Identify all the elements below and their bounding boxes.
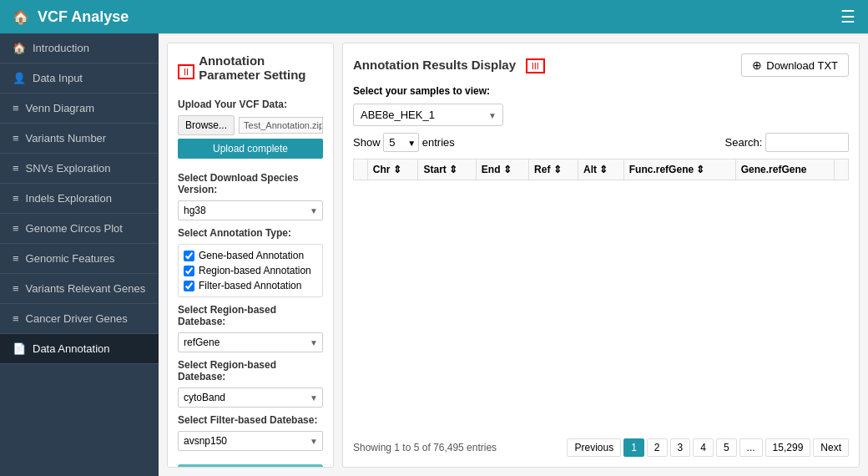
sidebar-item-variants-number[interactable]: ≡Variants Number	[0, 124, 159, 154]
download-button[interactable]: ⊕ Download TXT	[741, 53, 849, 77]
col-ref[interactable]: Ref ⇕	[529, 160, 578, 180]
prev-button[interactable]: Previous	[567, 438, 621, 457]
region-db2-select[interactable]: cytoBandgenomicSuperDups	[178, 387, 323, 408]
sidebar-icon-snvs-exploration: ≡	[13, 162, 19, 175]
entries-select[interactable]: 5102550	[383, 133, 419, 152]
page-ellipsis[interactable]: ...	[739, 438, 763, 457]
col-end[interactable]: End ⇕	[476, 160, 528, 180]
right-title-group: Annotation Results Display III	[353, 58, 545, 73]
sidebar-icon-introduction: 🏠	[13, 42, 26, 54]
content-area: II Annotation Parameter Setting Upload Y…	[159, 33, 868, 476]
col-start[interactable]: Start ⇕	[418, 160, 476, 180]
region-based-label: Region-based Annotation	[199, 265, 311, 276]
sidebar-icon-genome-circos-plot: ≡	[13, 222, 19, 235]
col-chr[interactable]: Chr ⇕	[367, 160, 418, 180]
sidebar-icon-genomic-features: ≡	[13, 252, 19, 265]
filter-based-label: Filter-based Annotation	[199, 280, 301, 291]
upload-button[interactable]: Upload complete	[178, 139, 323, 159]
sample-row: Select your samples to view:	[353, 85, 849, 97]
sidebar-label-cancer-driver-genes: Cancer Driver Genes	[26, 312, 128, 325]
sidebar-icon-variants-relevant-genes: ≡	[13, 282, 19, 295]
entries-search-row: Show 5102550 ▼ entries Search:	[353, 133, 849, 152]
species-label: Select Download Species Version:	[178, 172, 323, 195]
col-func[interactable]: Func.refGene ⇕	[623, 160, 735, 180]
app-header: 🏠 VCF Analyse ☰	[0, 0, 868, 33]
sidebar-label-introduction: Introduction	[33, 42, 89, 54]
pagination: Showing 1 to 5 of 76,495 entries Previou…	[353, 438, 849, 457]
sample-select-container: ABE8e_HEK_1ABE8e_HEK_2 ▼	[353, 104, 849, 126]
page-last-button[interactable]: 15,299	[765, 438, 811, 457]
app-icon: 🏠	[13, 9, 29, 25]
entries-label: entries	[422, 136, 455, 149]
annotate-button[interactable]: Annovar Annotation Data	[178, 464, 323, 468]
filter-db-select[interactable]: avsnp150avsnp147clinvar	[178, 431, 323, 451]
search-label: Search:	[725, 136, 763, 149]
results-table: Chr ⇕ Start ⇕ End ⇕ Ref ⇕ Alt ⇕ Func.ref…	[353, 159, 849, 180]
sidebar-label-genomic-features: Genomic Features	[26, 252, 115, 265]
region-db2-label: Select Region-based Datebase:	[178, 359, 323, 382]
sample-select[interactable]: ABE8e_HEK_1ABE8e_HEK_2	[353, 104, 503, 126]
show-label: Show	[353, 136, 381, 149]
right-panel-header: Annotation Results Display III ⊕ Downloa…	[353, 53, 849, 77]
page-1-button[interactable]: 1	[623, 438, 644, 457]
region-based-checkbox[interactable]	[184, 266, 194, 276]
gene-based-option[interactable]: Gene-based Annotation	[184, 250, 317, 261]
page-buttons: Previous 1 2 3 4 5 ... 15,299 Next	[567, 438, 849, 457]
sidebar-item-genomic-features[interactable]: ≡Genomic Features	[0, 244, 159, 274]
sidebar-item-data-annotation[interactable]: 📄Data Annotation	[0, 334, 159, 364]
upload-label: Upload Your VCF Data:	[178, 99, 323, 110]
sidebar-item-introduction[interactable]: 🏠Introduction	[0, 33, 159, 63]
gene-based-label: Gene-based Annotation	[199, 250, 304, 261]
col-gene[interactable]: Gene.refGene	[735, 160, 834, 180]
sidebar: 🏠Introduction👤Data Input≡Venn Diagram≡Va…	[0, 33, 159, 476]
app-title: VCF Analyse	[38, 8, 129, 26]
sidebar-item-data-input[interactable]: 👤Data Input	[0, 63, 159, 94]
page-3-button[interactable]: 3	[670, 438, 691, 457]
sidebar-item-venn-diagram[interactable]: ≡Venn Diagram	[0, 94, 159, 124]
sidebar-icon-indels-exploration: ≡	[13, 192, 19, 205]
gene-based-checkbox[interactable]	[184, 251, 194, 261]
annotation-type-group: Gene-based Annotation Region-based Annot…	[178, 244, 323, 297]
file-name: Test_Annotation.zip	[239, 117, 323, 134]
sidebar-item-genome-circos-plot[interactable]: ≡Genome Circos Plot	[0, 214, 159, 244]
sidebar-item-indels-exploration[interactable]: ≡Indels Exploration	[0, 184, 159, 214]
region-based-option[interactable]: Region-based Annotation	[184, 265, 317, 276]
download-label: Download TXT	[766, 59, 838, 72]
showing-info: Showing 1 to 5 of 76,495 entries	[353, 442, 497, 453]
sample-select-wrapper: ABE8e_HEK_1ABE8e_HEK_2 ▼	[353, 104, 503, 126]
species-select[interactable]: hg38hg19mm10	[178, 200, 323, 220]
col-num[interactable]	[354, 160, 368, 180]
panels-container: II Annotation Parameter Setting Upload Y…	[159, 34, 868, 476]
filter-based-option[interactable]: Filter-based Annotation	[184, 280, 317, 291]
search-input[interactable]	[765, 133, 849, 152]
left-panel-title: Annotation Parameter Setting	[199, 53, 323, 82]
sidebar-item-cancer-driver-genes[interactable]: ≡Cancer Driver Genes	[0, 304, 159, 334]
filter-based-checkbox[interactable]	[184, 281, 194, 291]
sidebar-item-variants-relevant-genes[interactable]: ≡Variants Relevant Genes	[0, 274, 159, 304]
sidebar-icon-variants-number: ≡	[13, 132, 19, 144]
filter-db-wrapper: avsnp150avsnp147clinvar ▼	[178, 431, 323, 451]
panel-badge-ii: II	[178, 64, 194, 79]
entries-select-wrapper: 5102550 ▼	[383, 133, 419, 152]
panel-badge-iii: III	[526, 58, 545, 73]
sidebar-label-data-annotation: Data Annotation	[33, 342, 110, 355]
sidebar-label-variants-relevant-genes: Variants Relevant Genes	[26, 282, 146, 295]
page-2-button[interactable]: 2	[647, 438, 668, 457]
download-icon: ⊕	[752, 58, 762, 72]
sidebar-label-snvs-exploration: SNVs Exploration	[26, 162, 111, 175]
col-alt[interactable]: Alt ⇕	[578, 160, 624, 180]
hamburger-icon[interactable]: ☰	[840, 7, 855, 27]
sidebar-label-indels-exploration: Indels Exploration	[26, 192, 112, 205]
browse-button[interactable]: Browse...	[178, 115, 235, 135]
annotation-type-label: Select Annotation Type:	[178, 227, 323, 239]
region-db1-select[interactable]: refGeneknownGeneensGene	[178, 332, 323, 352]
sidebar-icon-venn-diagram: ≡	[13, 102, 19, 114]
col-extra[interactable]	[835, 160, 849, 180]
page-5-button[interactable]: 5	[716, 438, 737, 457]
sidebar-label-venn-diagram: Venn Diagram	[26, 102, 94, 114]
sidebar-icon-data-annotation: 📄	[13, 342, 26, 355]
sidebar-item-snvs-exploration[interactable]: ≡SNVs Exploration	[0, 154, 159, 184]
next-button[interactable]: Next	[813, 438, 849, 457]
right-panel: Annotation Results Display III ⊕ Downloa…	[342, 43, 860, 468]
page-4-button[interactable]: 4	[693, 438, 714, 457]
